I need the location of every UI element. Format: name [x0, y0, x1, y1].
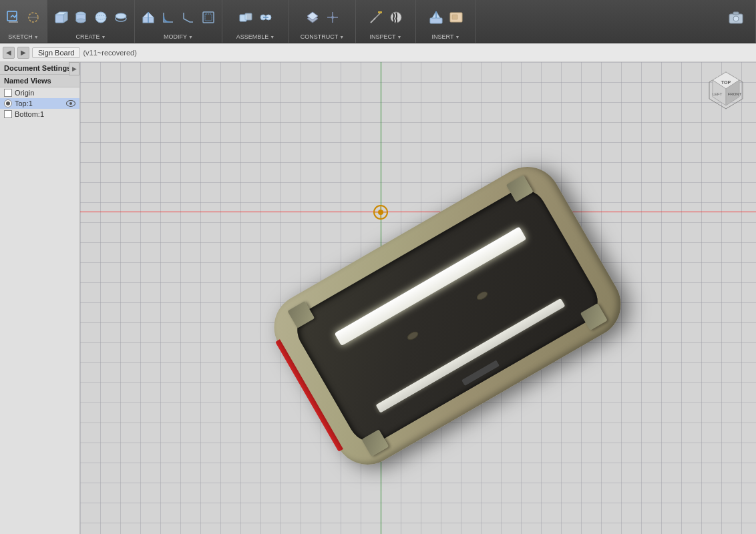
arc-sketch-icon — [24, 8, 43, 27]
svg-text:LEFT: LEFT — [713, 92, 723, 96]
titlebar: ◀ ▶ Sign Board (v11~recovered) — [0, 43, 756, 62]
sketch-icon — [4, 8, 23, 27]
panel-item-bottom1[interactable]: Bottom:1 — [0, 109, 79, 119]
named-views-header[interactable]: Named Views — [0, 75, 79, 87]
insert-icons — [427, 3, 465, 32]
cylinder-icon — [71, 8, 90, 27]
left-panel: ▶ Document Settings Named Views Origin T… — [0, 62, 80, 534]
new-component-icon — [236, 8, 255, 27]
navigation-cube[interactable]: TOP LEFT FRONT — [703, 69, 749, 115]
svg-point-27 — [331, 16, 334, 19]
shell-icon — [199, 8, 218, 27]
forward-button[interactable]: ▶ — [17, 47, 29, 59]
main-area: ▶ Document Settings Named Views Origin T… — [0, 62, 756, 534]
insert-derive-icon — [427, 8, 445, 27]
svg-rect-40 — [733, 12, 739, 15]
svg-rect-33 — [430, 18, 442, 23]
bottom1-checkbox[interactable] — [4, 110, 12, 118]
main-toolbar: SKETCH ▼ — [0, 0, 756, 43]
camera-icon — [727, 8, 745, 27]
svg-point-9 — [76, 19, 85, 23]
sphere-icon — [91, 8, 110, 27]
document-title: Sign Board — [32, 47, 80, 58]
create-icons — [51, 3, 130, 32]
canvas-icon — [447, 8, 465, 27]
create-label: CREATE ▼ — [76, 32, 106, 40]
origin-checkbox[interactable] — [4, 89, 12, 97]
toolbar-group-sketch[interactable]: SKETCH ▼ — [0, 0, 47, 43]
back-button[interactable]: ◀ — [3, 47, 15, 59]
doc-settings-header[interactable]: Document Settings — [0, 62, 79, 75]
construct-icons — [303, 3, 342, 32]
toolbar-group-insert[interactable]: INSERT ▼ — [416, 0, 476, 43]
sketch-label: SKETCH ▼ — [8, 32, 38, 40]
oval-detail-1 — [406, 330, 420, 342]
camera-icons — [727, 3, 745, 32]
toolbar-group-create[interactable]: CREATE ▼ — [47, 0, 135, 43]
svg-text:TOP: TOP — [721, 80, 731, 85]
svg-rect-17 — [205, 14, 212, 21]
zebra-icon — [387, 8, 405, 27]
oval-detail-2 — [476, 290, 490, 302]
top1-label: Top:1 — [15, 99, 33, 107]
svg-rect-37 — [452, 15, 457, 19]
toolbar-camera-group[interactable]: INSERT — [716, 0, 756, 43]
inspect-icons — [367, 3, 405, 32]
toolbar-group-assemble[interactable]: ASSEMBLE ▼ — [222, 0, 289, 43]
svg-point-39 — [733, 16, 739, 21]
offset-plane-icon — [303, 8, 322, 27]
panel-collapse-button[interactable]: ▶ — [69, 62, 79, 75]
svg-line-29 — [371, 21, 373, 23]
svg-text:FRONT: FRONT — [728, 92, 742, 96]
svg-point-10 — [96, 12, 106, 23]
svg-point-13 — [116, 13, 126, 19]
press-pull-icon — [139, 8, 158, 27]
assemble-icons — [236, 3, 275, 32]
toolbar-group-inspect[interactable]: INSPECT ▼ — [356, 0, 416, 43]
measure-icon — [367, 8, 385, 27]
top1-visibility-eye[interactable] — [66, 100, 75, 107]
svg-rect-16 — [203, 12, 214, 23]
modify-label: MODIFY ▼ — [164, 32, 193, 40]
toolbar-group-modify[interactable]: MODIFY ▼ — [135, 0, 222, 43]
top1-radio-dot — [6, 101, 10, 105]
insert-label: INSERT ▼ — [432, 32, 460, 40]
inspect-label: INSPECT ▼ — [370, 32, 402, 40]
eye-dot — [69, 102, 72, 105]
top1-radio[interactable] — [4, 99, 12, 107]
version-label: (v11~recovered) — [83, 49, 136, 57]
assemble-label: ASSEMBLE ▼ — [236, 32, 274, 40]
toolbar-group-construct[interactable]: CONSTRUCT ▼ — [289, 0, 356, 43]
construct-label: CONSTRUCT ▼ — [301, 32, 344, 40]
svg-line-30 — [373, 18, 375, 20]
box-icon — [51, 8, 70, 27]
svg-rect-4 — [55, 15, 63, 23]
chamfer-icon — [179, 8, 198, 27]
sketch-icons — [4, 3, 43, 32]
viewport[interactable]: TOP LEFT FRONT — [80, 62, 756, 534]
bottom1-label: Bottom:1 — [15, 110, 44, 118]
origin-label: Origin — [15, 89, 34, 97]
axis-icon — [323, 8, 342, 27]
svg-rect-31 — [378, 11, 382, 13]
panel-item-origin[interactable]: Origin — [0, 87, 79, 98]
fillet-icon — [159, 8, 178, 27]
svg-rect-19 — [245, 13, 252, 20]
panel-item-top1[interactable]: Top:1 — [0, 98, 79, 109]
gizmo-handle[interactable] — [371, 202, 391, 222]
joint-icon — [256, 8, 275, 27]
toolbar-spacer — [476, 0, 716, 43]
modify-icons — [139, 3, 218, 32]
torus-icon — [112, 8, 130, 27]
